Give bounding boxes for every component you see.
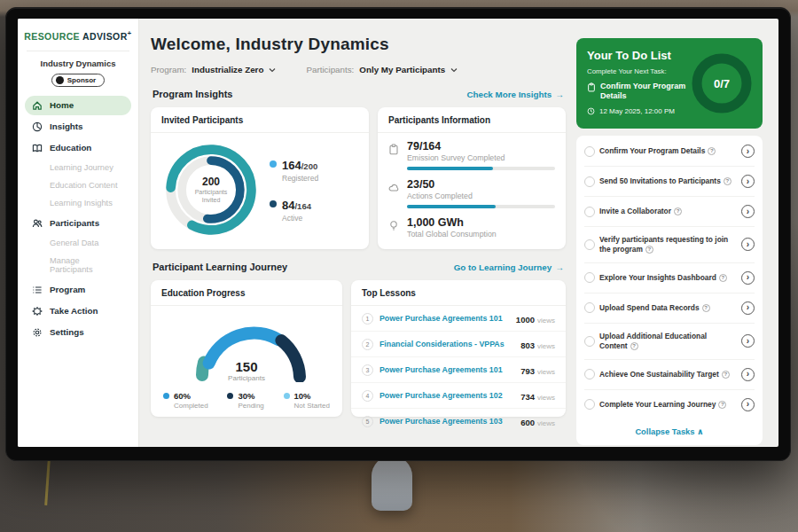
task-checkbox[interactable] [584, 176, 595, 187]
sidebar-item-insights[interactable]: Insights [25, 117, 131, 137]
legend-label: Registered [282, 174, 318, 183]
gauge-center-value: 150 [184, 359, 309, 374]
task-go-button[interactable]: › [741, 271, 755, 285]
participants-icon [32, 218, 43, 229]
check-more-insights-link[interactable]: Check More Insights→ [466, 90, 564, 99]
page-title: Welcome, Industry Dynamics [151, 35, 566, 54]
task-go-button[interactable]: › [741, 175, 755, 188]
sidebar-item-education-content[interactable]: Education Content [25, 177, 131, 194]
info-icon[interactable]: ? [719, 274, 727, 282]
sidebar-item-manage-participants[interactable]: Manage Participants [25, 253, 131, 278]
participants-information-card: Participants Information 79/164 Emission… [378, 107, 566, 249]
info-icon[interactable]: ? [674, 207, 682, 215]
task-checkbox[interactable] [584, 146, 595, 157]
gauge-legend: 60%Completed 30%Pending 10%Not Started [151, 382, 342, 410]
top-lessons-list: 1 Power Purchase Agreements 101 1000view… [351, 306, 566, 434]
task-label: Send 50 Invitations to Participants? [599, 176, 737, 186]
sidebar-item-take-action[interactable]: Take Action [25, 301, 131, 321]
task-go-button[interactable]: › [741, 368, 755, 381]
sidebar-item-label: Participants [50, 218, 99, 228]
sidebar-item-general-data[interactable]: General Data [25, 235, 131, 252]
info-icon[interactable]: ? [708, 147, 716, 155]
task-checkbox[interactable] [584, 272, 595, 283]
go-to-learning-journey-label: Go to Learning Journey [454, 262, 552, 272]
go-to-learning-journey-link[interactable]: Go to Learning Journey→ [454, 262, 564, 272]
lesson-views-count: 600 [520, 418, 535, 427]
sidebar-item-education[interactable]: Education [25, 138, 131, 158]
sidebar: RESOURCE ADVISOR+ Industry Dynamics Spon… [18, 19, 139, 447]
task-go-button[interactable]: › [741, 398, 755, 411]
info-icon[interactable]: ? [722, 371, 730, 379]
monitor-bezel: RESOURCE ADVISOR+ Industry Dynamics Spon… [5, 7, 791, 461]
legend-item-pending: 30%Pending [227, 391, 263, 410]
brand-logo: RESOURCE ADVISOR+ [18, 29, 138, 42]
program-filter[interactable]: Program: Industrialize Zero [151, 65, 276, 74]
consumption-bulb-icon [388, 220, 399, 231]
task-row: Invite a Collaborator? › [584, 197, 755, 227]
home-icon [32, 100, 43, 111]
task-label: Upload Spend Data Records? [599, 303, 737, 313]
task-checkbox[interactable] [584, 399, 595, 410]
org-name: Industry Dynamics [18, 59, 138, 68]
lesson-title-link[interactable]: Power Purchase Agreements 103 [379, 417, 514, 426]
lesson-title-link[interactable]: Power Purchase Agreements 101 [379, 365, 514, 374]
lesson-row: 2 Financial Considerations - VPPAs 803vi… [351, 332, 566, 357]
photo-background: RESOURCE ADVISOR+ Industry Dynamics Spon… [0, 0, 798, 532]
info-icon[interactable]: ? [630, 342, 638, 350]
task-checkbox[interactable] [584, 302, 595, 313]
sidebar-item-label: Settings [50, 327, 84, 337]
task-go-button[interactable]: › [741, 334, 755, 348]
participants-information-title: Participants Information [378, 107, 566, 133]
todo-progress-ring: 0/7 [688, 50, 755, 117]
sidebar-item-settings[interactable]: Settings [25, 323, 131, 342]
lesson-title-link[interactable]: Power Purchase Agreements 102 [379, 391, 514, 400]
task-row: Verify participants requesting to join t… [584, 227, 755, 263]
task-checkbox[interactable] [584, 369, 595, 379]
stat-value: 79/164 [407, 140, 555, 153]
chevron-down-icon [450, 67, 458, 73]
program-filter-value: Industrialize Zero [192, 65, 263, 74]
stat-value: 23/50 [407, 178, 555, 191]
lesson-title-link[interactable]: Power Purchase Agreements 101 [379, 314, 510, 323]
task-go-button[interactable]: › [741, 145, 755, 158]
task-checkbox[interactable] [584, 239, 595, 250]
gauge-center-label: Participants [184, 374, 309, 382]
participants-filter[interactable]: Participants: Only My Participants [306, 65, 458, 74]
chevron-up-icon: ∧ [697, 427, 704, 436]
education-progress-title: Education Progress [151, 280, 342, 306]
info-icon[interactable]: ? [702, 304, 710, 312]
lesson-title-link[interactable]: Financial Considerations - VPPAs [379, 340, 514, 348]
task-checkbox[interactable] [584, 336, 595, 347]
task-go-button[interactable]: › [741, 301, 755, 315]
sidebar-item-participants[interactable]: Participants [25, 214, 131, 233]
info-icon[interactable]: ? [724, 177, 732, 185]
task-text: Explore Your Insights Dashboard [599, 273, 716, 282]
lesson-views-count: 803 [520, 340, 535, 350]
sidebar-item-home[interactable]: Home [25, 96, 131, 115]
task-checkbox[interactable] [584, 207, 595, 217]
legend-dot-not-started [284, 393, 290, 399]
education-progress-gauge-chart: 150 Participants [184, 313, 309, 382]
task-label: Complete Your Learning Journey? [599, 400, 737, 410]
lesson-views-suffix: views [537, 342, 555, 350]
sidebar-item-learning-journey[interactable]: Learning Journey [25, 160, 131, 176]
task-go-button[interactable]: › [741, 238, 755, 251]
task-row: Upload Additional Educational Content? › [584, 324, 755, 360]
lesson-row: 4 Power Purchase Agreements 102 734views [351, 383, 566, 409]
info-icon[interactable]: ? [645, 246, 653, 254]
filters-row: Program: Industrialize Zero Participants… [151, 65, 566, 74]
collapse-tasks-link[interactable]: Collapse Tasks ∧ [584, 419, 755, 444]
top-lessons-card: Top Lessons 1 Power Purchase Agreements … [351, 280, 566, 417]
main-content: Welcome, Industry Dynamics Program: Indu… [139, 19, 576, 447]
legend-item-not-started: 10%Not Started [284, 391, 330, 410]
info-icon[interactable]: ? [718, 401, 726, 409]
sidebar-item-learning-insights[interactable]: Learning Insights [25, 195, 131, 212]
invited-participants-card: Invited Participants 200 [151, 107, 369, 249]
task-label: Explore Your Insights Dashboard? [599, 273, 737, 283]
stat-label: Emission Survey Completed [407, 153, 555, 162]
education-progress-card: Education Progress [151, 280, 342, 417]
todo-next-task: Confirm Your Program Details [587, 82, 699, 102]
sidebar-menu: Home Insights Education Learning Journey… [18, 96, 138, 342]
sidebar-item-program[interactable]: Program [25, 280, 131, 300]
task-go-button[interactable]: › [741, 205, 755, 218]
